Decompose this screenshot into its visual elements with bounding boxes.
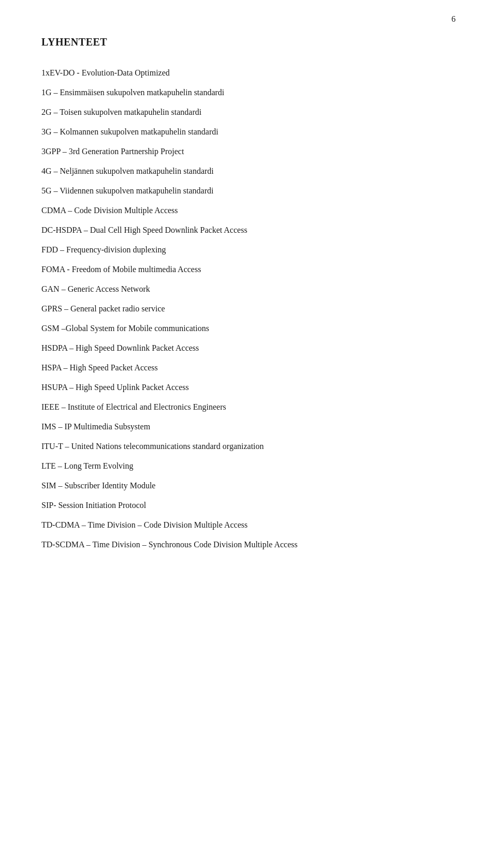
list-item: SIP- Session Initiation Protocol [41, 499, 456, 512]
list-item: 5G – Viidennen sukupolven matkapuhelin s… [41, 185, 456, 197]
list-item: TD-SCDMA – Time Division – Synchronous C… [41, 538, 456, 551]
list-item: CDMA – Code Division Multiple Access [41, 204, 456, 217]
abbreviation-list: 1xEV-DO - Evolution-Data Optimized1G – E… [41, 67, 456, 551]
list-item: DC-HSDPA – Dual Cell High Speed Downlink… [41, 224, 456, 236]
page-container: 6 LYHENTEET 1xEV-DO - Evolution-Data Opt… [0, 0, 497, 600]
list-item: 2G – Toisen sukupolven matkapuhelin stan… [41, 106, 456, 118]
list-item: SIM – Subscriber Identity Module [41, 480, 456, 492]
list-item: 1xEV-DO - Evolution-Data Optimized [41, 67, 456, 79]
list-item: 1G – Ensimmäisen sukupolven matkapuhelin… [41, 86, 456, 99]
list-item: GSM –Global System for Mobile communicat… [41, 322, 456, 335]
page-number: 6 [451, 14, 456, 24]
list-item: FDD – Frequency-division duplexing [41, 244, 456, 256]
list-item: 4G – Neljännen sukupolven matkapuhelin s… [41, 165, 456, 177]
list-item: HSUPA – High Speed Uplink Packet Access [41, 381, 456, 394]
list-item: IEEE – Institute of Electrical and Elect… [41, 401, 456, 413]
list-item: IMS – IP Multimedia Subsystem [41, 421, 456, 433]
page-title: LYHENTEET [41, 36, 456, 48]
list-item: 3GPP – 3rd Generation Partnership Projec… [41, 145, 456, 158]
list-item: ITU-T – United Nations telecommunication… [41, 440, 456, 453]
list-item: LTE – Long Term Evolving [41, 460, 456, 472]
list-item: GPRS – General packet radio service [41, 303, 456, 315]
list-item: HSDPA – High Speed Downlink Packet Acces… [41, 342, 456, 354]
list-item: FOMA - Freedom of Mobile multimedia Acce… [41, 263, 456, 276]
list-item: 3G – Kolmannen sukupolven matkapuhelin s… [41, 126, 456, 138]
list-item: HSPA – High Speed Packet Access [41, 362, 456, 374]
list-item: TD-CDMA – Time Division – Code Division … [41, 519, 456, 531]
list-item: GAN – Generic Access Network [41, 283, 456, 295]
